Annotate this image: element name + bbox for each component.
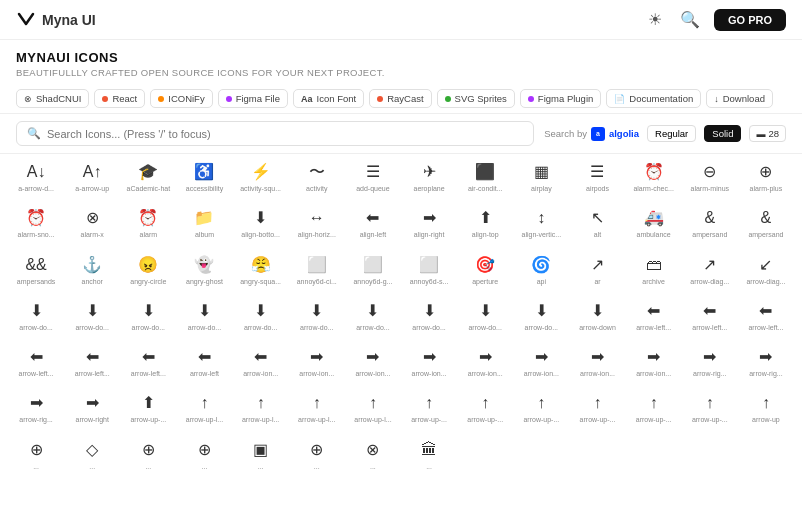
search-icon-button[interactable]: 🔍	[676, 6, 704, 33]
icon-item[interactable]: ⬅arrow-left...	[626, 295, 682, 341]
icon-item[interactable]: ➡arrow-ion...	[289, 341, 345, 387]
icon-item[interactable]: ⬇arrow-do...	[401, 295, 457, 341]
icon-item[interactable]: ➡align-right	[401, 202, 457, 248]
icon-item[interactable]: ↑arrow-up-...	[626, 387, 682, 433]
icon-item[interactable]: ⬅arrow-left...	[682, 295, 738, 341]
icon-item[interactable]: 👻angry-ghost	[176, 249, 232, 295]
icon-item[interactable]: ⬜annoy6d-ci...	[289, 249, 345, 295]
icon-item[interactable]: ⏰alarm	[120, 202, 176, 248]
icon-item[interactable]: ⬅align-left	[345, 202, 401, 248]
icon-item[interactable]: 🗃archive	[626, 249, 682, 295]
icon-item[interactable]: ⬅arrow-left...	[738, 295, 794, 341]
icon-item[interactable]: ✈aeroplane	[401, 156, 457, 202]
icon-item[interactable]: ➡arrow-rig...	[682, 341, 738, 387]
icon-item[interactable]: ▦airplay	[513, 156, 569, 202]
icon-item[interactable]: ⊗alarm-x	[64, 202, 120, 248]
tab-svg-sprites[interactable]: SVG Sprites	[437, 89, 515, 108]
icon-item[interactable]: ⬇arrow-do...	[176, 295, 232, 341]
tab-shadcnui[interactable]: ⊗ ShadCNUI	[16, 89, 89, 108]
icon-item[interactable]: ☰airpods	[569, 156, 625, 202]
icon-item[interactable]: 😠angry-circle	[120, 249, 176, 295]
regular-style-button[interactable]: Regular	[647, 125, 696, 142]
icon-item[interactable]: ⊕...	[289, 434, 345, 480]
icon-item[interactable]: ↖alt	[569, 202, 625, 248]
icon-item[interactable]: ⬇arrow-do...	[8, 295, 64, 341]
icon-item[interactable]: 📁album	[176, 202, 232, 248]
icon-item[interactable]: ↕align-vertic...	[513, 202, 569, 248]
icon-item[interactable]: ➡arrow-rig...	[738, 341, 794, 387]
tab-icon-font[interactable]: Aa Icon Font	[293, 89, 364, 108]
icon-item[interactable]: ➡arrow-rig...	[8, 387, 64, 433]
icon-item[interactable]: ⬆arrow-up-...	[120, 387, 176, 433]
icon-item[interactable]: ➡arrow-ion...	[513, 341, 569, 387]
search-input-wrap[interactable]: 🔍	[16, 121, 534, 146]
icon-item[interactable]: ↑arrow-up-...	[682, 387, 738, 433]
icon-item[interactable]: ⬆align-top	[457, 202, 513, 248]
icon-item[interactable]: ⊕...	[8, 434, 64, 480]
icon-item[interactable]: ⬇arrow-do...	[64, 295, 120, 341]
icon-item[interactable]: ⬇arrow-do...	[233, 295, 289, 341]
tab-download[interactable]: ↓ Download	[706, 89, 773, 108]
icon-item[interactable]: ⬇arrow-do...	[289, 295, 345, 341]
icon-item[interactable]: ♿accessibility	[176, 156, 232, 202]
icon-item[interactable]: ⬜annoy6d-g...	[345, 249, 401, 295]
icon-item[interactable]: 〜activity	[289, 156, 345, 202]
icon-item[interactable]: ↑arrow-up-l...	[233, 387, 289, 433]
icon-item[interactable]: ↗ar	[569, 249, 625, 295]
icon-item[interactable]: ⊖alarm-minus	[682, 156, 738, 202]
icon-item[interactable]: 🎯aperture	[457, 249, 513, 295]
icon-item[interactable]: ↔align-horiz...	[289, 202, 345, 248]
icon-item[interactable]: ➡arrow-ion...	[569, 341, 625, 387]
icon-item[interactable]: A↑a-arrow-up	[64, 156, 120, 202]
icon-item[interactable]: ⬅arrow-left	[176, 341, 232, 387]
icon-item[interactable]: ⬇align-botto...	[233, 202, 289, 248]
icon-item[interactable]: ⊕alarm-plus	[738, 156, 794, 202]
icon-item[interactable]: &ampersand	[682, 202, 738, 248]
icon-item[interactable]: ⊕...	[120, 434, 176, 480]
icon-item[interactable]: ◇...	[64, 434, 120, 480]
go-pro-button[interactable]: GO PRO	[714, 9, 786, 31]
icon-item[interactable]: ↑arrow-up-l...	[176, 387, 232, 433]
tab-iconify[interactable]: ICONiFy	[150, 89, 212, 108]
tab-react[interactable]: React	[94, 89, 145, 108]
icon-item[interactable]: 🏛...	[401, 434, 457, 480]
icon-item[interactable]: 😤angry-squa...	[233, 249, 289, 295]
icon-item[interactable]: ☰add-queue	[345, 156, 401, 202]
icon-item[interactable]: ↑arrow-up	[738, 387, 794, 433]
icon-item[interactable]: ⬅arrow-left...	[8, 341, 64, 387]
icon-item[interactable]: ⊗...	[345, 434, 401, 480]
icon-item[interactable]: 🎓aCademic-hat	[120, 156, 176, 202]
icon-item[interactable]: ⬇arrow-down	[569, 295, 625, 341]
theme-toggle-button[interactable]: ☀	[644, 6, 666, 33]
icon-item[interactable]: ➡arrow-right	[64, 387, 120, 433]
icon-item[interactable]: ↑arrow-up-l...	[345, 387, 401, 433]
icon-item[interactable]: ⬇arrow-do...	[345, 295, 401, 341]
icon-item[interactable]: 🚑ambulance	[626, 202, 682, 248]
icon-item[interactable]: ⬅arrow-ion...	[233, 341, 289, 387]
icon-item[interactable]: ⬇arrow-do...	[457, 295, 513, 341]
icon-item[interactable]: ⬅arrow-left...	[120, 341, 176, 387]
tab-documentation[interactable]: 📄 Documentation	[606, 89, 701, 108]
search-input[interactable]	[47, 128, 523, 140]
icon-item[interactable]: ⚡activity-squ...	[233, 156, 289, 202]
icon-item[interactable]: ↑arrow-up-...	[401, 387, 457, 433]
icon-item[interactable]: ▣...	[233, 434, 289, 480]
icon-item[interactable]: ⬜annoy6d-s...	[401, 249, 457, 295]
icon-item[interactable]: ➡arrow-ion...	[345, 341, 401, 387]
icon-item[interactable]: ↑arrow-up-l...	[289, 387, 345, 433]
icon-item[interactable]: ⏰alarm-chec...	[626, 156, 682, 202]
icon-item[interactable]: A↓a-arrow-d...	[8, 156, 64, 202]
tab-figma-file[interactable]: Figma File	[218, 89, 288, 108]
icon-item[interactable]: ↗arrow-diag...	[682, 249, 738, 295]
icon-item[interactable]: ↑arrow-up-...	[457, 387, 513, 433]
icon-item[interactable]: ⬇arrow-do...	[120, 295, 176, 341]
icon-item[interactable]: ➡arrow-ion...	[457, 341, 513, 387]
icon-item[interactable]: ↑arrow-up-...	[513, 387, 569, 433]
icon-item[interactable]: ➡arrow-ion...	[626, 341, 682, 387]
solid-style-button[interactable]: Solid	[704, 125, 741, 142]
icon-item[interactable]: ⬛air-condit...	[457, 156, 513, 202]
icon-item[interactable]: ⚓anchor	[64, 249, 120, 295]
icon-item[interactable]: ⏰alarm-sno...	[8, 202, 64, 248]
icon-item[interactable]: ➡arrow-ion...	[401, 341, 457, 387]
icon-item[interactable]: ↙arrow-diag...	[738, 249, 794, 295]
